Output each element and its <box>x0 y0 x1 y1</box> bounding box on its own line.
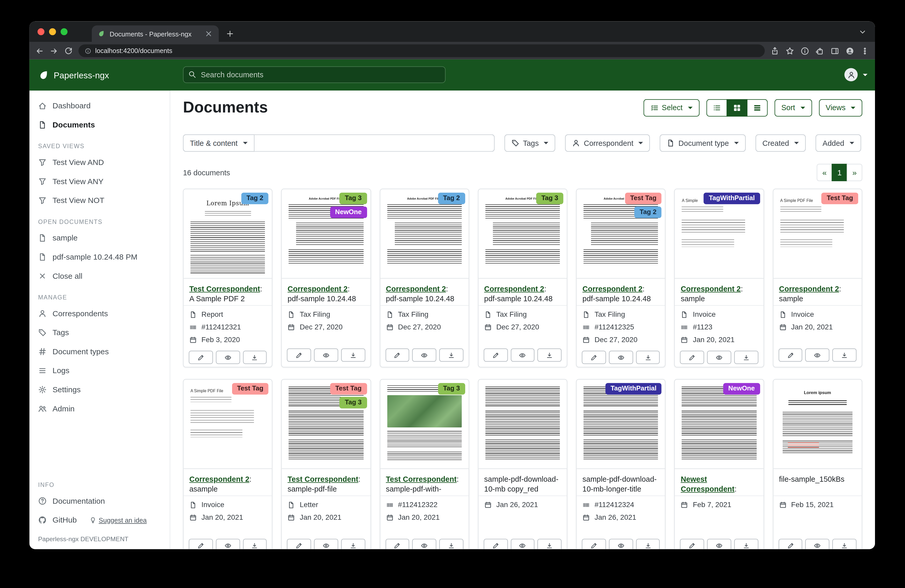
document-title-link[interactable]: Correspondent 2: sample <box>675 279 764 306</box>
view-button[interactable] <box>216 539 240 549</box>
suggest-idea-link[interactable]: Suggest an idea <box>89 517 147 524</box>
list-view-button[interactable] <box>706 99 727 116</box>
correspondent-link[interactable]: Correspondent 2 <box>189 475 249 483</box>
document-title-link[interactable]: Correspondent 2: pdf-sample 10.24.48 PM <box>380 279 468 306</box>
document-name[interactable]: A Sample PDF 2 <box>189 294 245 303</box>
view-button[interactable] <box>609 539 633 549</box>
document-title-link[interactable]: Newest Correspondent: f_combineds <box>675 469 764 496</box>
correspondent-link[interactable]: Correspondent 2 <box>779 284 839 293</box>
pagination-page-1-button[interactable]: 1 <box>832 164 847 181</box>
tag-badge[interactable]: NewOne <box>330 206 367 218</box>
tag-badge[interactable]: TagWithPartial <box>704 193 760 204</box>
edit-button[interactable] <box>385 539 409 549</box>
document-title-link[interactable]: sample-pdf-download-10-mb-longer-title <box>577 469 665 496</box>
added-filter-button[interactable]: Added <box>816 135 861 152</box>
pagination-prev-button[interactable]: « <box>817 164 832 181</box>
sidebar-item-settings[interactable]: Settings <box>30 380 170 399</box>
tag-badge[interactable]: Tag 2 <box>438 193 465 204</box>
download-button[interactable] <box>243 539 267 549</box>
view-button[interactable] <box>707 539 731 549</box>
extensions-puzzle-icon[interactable] <box>816 46 824 55</box>
download-button[interactable] <box>341 348 365 361</box>
reload-button[interactable] <box>64 46 73 55</box>
grid-view-button[interactable] <box>727 99 747 116</box>
user-menu[interactable] <box>845 68 867 81</box>
download-button[interactable] <box>439 348 464 361</box>
close-all-button[interactable]: Close all <box>30 266 170 286</box>
search-input[interactable] <box>183 67 446 83</box>
edit-button[interactable] <box>287 539 311 549</box>
download-button[interactable] <box>734 350 758 364</box>
document-card[interactable]: A Simple PDF File Test Tag Correspondent… <box>773 189 862 368</box>
tag-badge[interactable]: Test Tag <box>821 193 858 204</box>
view-button[interactable] <box>805 539 829 549</box>
pagination-next-button[interactable]: » <box>847 164 862 181</box>
document-thumbnail[interactable]: Lorem ipsum <box>773 380 862 469</box>
document-name[interactable]: file-sample_150kBs <box>779 475 845 483</box>
download-button[interactable] <box>538 348 562 361</box>
correspondent-filter-button[interactable]: Correspondent <box>565 135 650 152</box>
correspondent-link[interactable]: Correspondent 2 <box>583 284 642 293</box>
document-title-link[interactable]: sample-pdf-download-10-mb copy_red <box>478 469 567 496</box>
download-button[interactable] <box>243 350 267 364</box>
document-type-filter-button[interactable]: Document type <box>660 135 746 152</box>
detail-view-button[interactable] <box>747 99 767 116</box>
download-button[interactable] <box>636 539 660 549</box>
document-name[interactable]: sample-pdf-download-10-mb-longer-title <box>583 475 657 493</box>
info-icon[interactable] <box>800 46 809 55</box>
document-name[interactable]: sample-pdf-file <box>288 485 337 493</box>
document-card[interactable]: NewOne Newest Correspondent: f_combineds… <box>675 379 764 549</box>
tab-close-icon[interactable] <box>205 30 213 38</box>
tag-badge[interactable]: Tag 3 <box>340 397 367 408</box>
correspondent-link[interactable]: Newest Correspondent <box>681 475 735 493</box>
browser-tab[interactable]: Documents - Paperless-ngx <box>92 25 219 42</box>
address-bar[interactable]: localhost:4200/documents <box>78 44 765 57</box>
document-name[interactable]: pdf-sample 10.24.48 PM <box>288 294 356 306</box>
document-card[interactable]: Tag 3 Test Correspondent: sample-pdf-wit… <box>379 379 469 549</box>
sidebar-item-test-view-not[interactable]: Test View NOT <box>30 191 170 210</box>
document-title-link[interactable]: Test Correspondent: sample-pdf-file <box>282 469 370 496</box>
document-name[interactable]: asample <box>189 485 218 493</box>
edit-button[interactable] <box>582 539 606 549</box>
share-icon[interactable] <box>770 46 779 55</box>
sidebar-item-logs[interactable]: Logs <box>30 361 170 380</box>
side-panel-icon[interactable] <box>830 46 839 55</box>
document-card[interactable]: Adobe Acrobat PDF Files Tag 3 Correspond… <box>478 189 567 368</box>
download-button[interactable] <box>832 539 856 549</box>
tag-badge[interactable]: Tag 3 <box>340 193 367 204</box>
document-title-link[interactable]: Correspondent 2: asample <box>183 469 272 496</box>
sidebar-open-doc-pdf-sample[interactable]: pdf-sample 10.24.48 PM <box>30 247 170 266</box>
sidebar-item-documentation[interactable]: Documentation <box>30 491 170 511</box>
sidebar-item-dashboard[interactable]: Dashboard <box>30 97 170 116</box>
correspondent-link[interactable]: Correspondent 2 <box>288 284 348 293</box>
document-card[interactable]: A Simple PDF File Test Tag Correspondent… <box>183 379 272 549</box>
view-button[interactable] <box>216 350 240 364</box>
created-filter-button[interactable]: Created <box>756 135 806 152</box>
tag-badge[interactable]: NewOne <box>723 383 760 394</box>
document-card[interactable]: sample-pdf-download-10-mb copy_red Jan 2… <box>478 379 567 549</box>
back-button[interactable] <box>35 46 44 55</box>
edit-button[interactable] <box>484 348 508 361</box>
view-button[interactable] <box>314 348 338 361</box>
document-title-link[interactable]: Test Correspondent: A Sample PDF 2 <box>183 279 272 306</box>
document-name[interactable]: pdf-sample 10.24.48 PM <box>386 294 454 306</box>
sidebar-item-document-types[interactable]: Document types <box>30 342 170 361</box>
sidebar-open-doc-sample[interactable]: sample <box>30 228 170 247</box>
document-card[interactable]: Adobe Acrobat PDF Files Tag 3NewOne Corr… <box>281 189 371 368</box>
reset-filters-button[interactable]: Reset filters <box>871 134 875 152</box>
document-name[interactable]: pdf-sample 10.24.48 PM <box>583 294 651 306</box>
document-name[interactable]: sample-pdf-download-10-mb copy_red <box>484 475 558 493</box>
filter-query-input[interactable] <box>254 135 495 152</box>
document-name[interactable]: sample <box>779 294 803 303</box>
browser-menu-dots-icon[interactable] <box>861 46 869 55</box>
edit-button[interactable] <box>582 350 606 364</box>
edit-button[interactable] <box>484 539 508 549</box>
download-button[interactable] <box>439 539 464 549</box>
edit-button[interactable] <box>287 348 311 361</box>
edit-button[interactable] <box>778 539 803 549</box>
edit-button[interactable] <box>778 348 803 361</box>
view-button[interactable] <box>314 539 338 549</box>
forward-button[interactable] <box>50 46 58 55</box>
edit-button[interactable] <box>189 539 213 549</box>
tag-badge[interactable]: Test Tag <box>232 383 268 394</box>
